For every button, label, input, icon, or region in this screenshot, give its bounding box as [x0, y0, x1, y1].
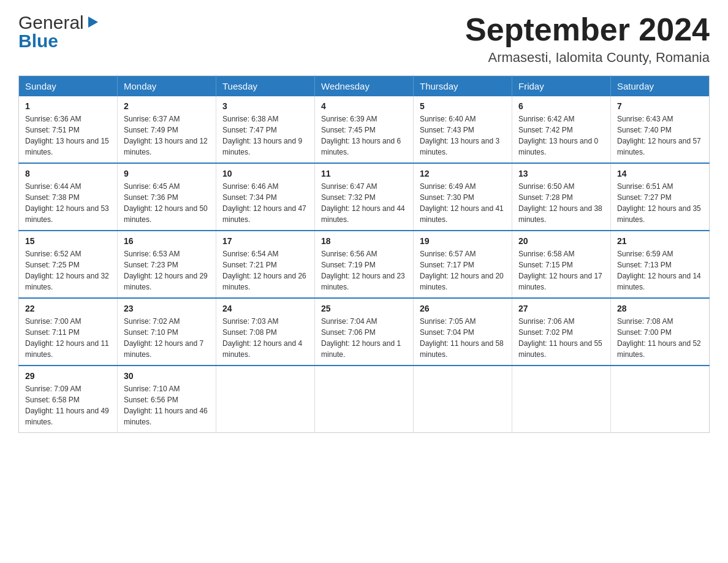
- calendar-day-2: 2Sunrise: 6:37 AMSunset: 7:49 PMDaylight…: [118, 96, 216, 163]
- day-info: Sunrise: 6:51 AMSunset: 7:27 PMDaylight:…: [617, 181, 703, 225]
- day-info: Sunrise: 6:45 AMSunset: 7:36 PMDaylight:…: [124, 181, 210, 225]
- calendar-day-15: 15Sunrise: 6:52 AMSunset: 7:25 PMDayligh…: [19, 231, 118, 298]
- day-number: 15: [25, 236, 111, 246]
- calendar-day-25: 25Sunrise: 7:04 AMSunset: 7:06 PMDayligh…: [315, 298, 414, 366]
- location-title: Armasesti, Ialomita County, Romania: [465, 50, 710, 66]
- calendar-day-10: 10Sunrise: 6:46 AMSunset: 7:34 PMDayligh…: [216, 163, 315, 231]
- calendar-day-28: 28Sunrise: 7:08 AMSunset: 7:00 PMDayligh…: [611, 298, 710, 366]
- day-info: Sunrise: 6:36 AMSunset: 7:51 PMDaylight:…: [25, 113, 111, 158]
- day-info: Sunrise: 6:56 AMSunset: 7:19 PMDaylight:…: [321, 248, 407, 293]
- day-info: Sunrise: 6:39 AMSunset: 7:45 PMDaylight:…: [321, 113, 407, 158]
- calendar-week-row: 8Sunrise: 6:44 AMSunset: 7:38 PMDaylight…: [19, 163, 710, 231]
- month-title: September 2024: [465, 12, 710, 47]
- calendar-day-22: 22Sunrise: 7:00 AMSunset: 7:11 PMDayligh…: [19, 298, 118, 366]
- calendar-day-6: 6Sunrise: 6:42 AMSunset: 7:42 PMDaylight…: [512, 96, 611, 163]
- calendar-week-row: 15Sunrise: 6:52 AMSunset: 7:25 PMDayligh…: [19, 231, 710, 298]
- day-number: 7: [617, 101, 703, 111]
- day-info: Sunrise: 6:42 AMSunset: 7:42 PMDaylight:…: [518, 113, 604, 158]
- day-number: 18: [321, 236, 407, 246]
- day-info: Sunrise: 6:38 AMSunset: 7:47 PMDaylight:…: [222, 113, 308, 158]
- day-number: 3: [222, 101, 308, 111]
- calendar-day-3: 3Sunrise: 6:38 AMSunset: 7:47 PMDaylight…: [216, 96, 315, 163]
- day-info: Sunrise: 7:10 AMSunset: 6:56 PMDaylight:…: [124, 383, 210, 427]
- calendar-day-11: 11Sunrise: 6:47 AMSunset: 7:32 PMDayligh…: [315, 163, 414, 231]
- calendar-day-8: 8Sunrise: 6:44 AMSunset: 7:38 PMDaylight…: [19, 163, 118, 231]
- day-number: 26: [420, 304, 506, 313]
- calendar-day-7: 7Sunrise: 6:43 AMSunset: 7:40 PMDaylight…: [611, 96, 710, 163]
- calendar-empty-cell: [414, 366, 512, 433]
- day-number: 16: [124, 236, 210, 246]
- day-info: Sunrise: 7:02 AMSunset: 7:10 PMDaylight:…: [124, 316, 210, 360]
- day-number: 28: [617, 304, 703, 313]
- header-tuesday: Tuesday: [216, 76, 315, 97]
- day-number: 27: [518, 304, 604, 313]
- calendar-empty-cell: [315, 366, 414, 433]
- day-info: Sunrise: 6:49 AMSunset: 7:30 PMDaylight:…: [420, 181, 506, 225]
- day-number: 29: [25, 371, 111, 381]
- day-number: 6: [518, 101, 604, 111]
- header-wednesday: Wednesday: [315, 76, 414, 97]
- calendar-day-27: 27Sunrise: 7:06 AMSunset: 7:02 PMDayligh…: [512, 298, 611, 366]
- day-info: Sunrise: 7:08 AMSunset: 7:00 PMDaylight:…: [617, 316, 703, 360]
- calendar-day-5: 5Sunrise: 6:40 AMSunset: 7:43 PMDaylight…: [414, 96, 512, 163]
- calendar-day-4: 4Sunrise: 6:39 AMSunset: 7:45 PMDaylight…: [315, 96, 414, 163]
- svg-marker-0: [88, 17, 98, 28]
- day-info: Sunrise: 6:54 AMSunset: 7:21 PMDaylight:…: [222, 248, 308, 293]
- calendar-day-1: 1Sunrise: 6:36 AMSunset: 7:51 PMDaylight…: [19, 96, 118, 163]
- title-section: September 2024 Armasesti, Ialomita Count…: [465, 12, 710, 66]
- day-info: Sunrise: 6:58 AMSunset: 7:15 PMDaylight:…: [518, 248, 604, 293]
- day-number: 4: [321, 101, 407, 111]
- calendar-empty-cell: [512, 366, 611, 433]
- day-number: 19: [420, 236, 506, 246]
- calendar-header-row: SundayMondayTuesdayWednesdayThursdayFrid…: [19, 76, 710, 97]
- calendar-day-17: 17Sunrise: 6:54 AMSunset: 7:21 PMDayligh…: [216, 231, 315, 298]
- calendar-empty-cell: [216, 366, 315, 433]
- logo-blue-text: Blue: [18, 31, 99, 52]
- day-info: Sunrise: 6:52 AMSunset: 7:25 PMDaylight:…: [25, 248, 111, 293]
- day-number: 11: [321, 169, 407, 178]
- calendar-day-20: 20Sunrise: 6:58 AMSunset: 7:15 PMDayligh…: [512, 231, 611, 298]
- header-friday: Friday: [512, 76, 611, 97]
- logo: General Blue: [18, 12, 99, 52]
- calendar-day-26: 26Sunrise: 7:05 AMSunset: 7:04 PMDayligh…: [414, 298, 512, 366]
- day-info: Sunrise: 6:57 AMSunset: 7:17 PMDaylight:…: [420, 248, 506, 293]
- day-number: 25: [321, 304, 407, 313]
- day-info: Sunrise: 6:46 AMSunset: 7:34 PMDaylight:…: [222, 181, 308, 225]
- calendar-day-24: 24Sunrise: 7:03 AMSunset: 7:08 PMDayligh…: [216, 298, 315, 366]
- day-info: Sunrise: 6:53 AMSunset: 7:23 PMDaylight:…: [124, 248, 210, 293]
- header-saturday: Saturday: [611, 76, 710, 97]
- day-number: 21: [617, 236, 703, 246]
- day-info: Sunrise: 6:40 AMSunset: 7:43 PMDaylight:…: [420, 113, 506, 158]
- logo-general-text: General: [18, 12, 84, 33]
- day-number: 17: [222, 236, 308, 246]
- calendar-day-23: 23Sunrise: 7:02 AMSunset: 7:10 PMDayligh…: [118, 298, 216, 366]
- calendar-week-row: 1Sunrise: 6:36 AMSunset: 7:51 PMDaylight…: [19, 96, 710, 163]
- day-number: 24: [222, 304, 308, 313]
- day-number: 9: [124, 169, 210, 178]
- logo-arrow-icon: [86, 12, 99, 33]
- day-info: Sunrise: 7:03 AMSunset: 7:08 PMDaylight:…: [222, 316, 308, 360]
- calendar-week-row: 29Sunrise: 7:09 AMSunset: 6:58 PMDayligh…: [19, 366, 710, 433]
- calendar-day-16: 16Sunrise: 6:53 AMSunset: 7:23 PMDayligh…: [118, 231, 216, 298]
- day-number: 13: [518, 169, 604, 178]
- day-info: Sunrise: 6:59 AMSunset: 7:13 PMDaylight:…: [617, 248, 703, 293]
- calendar-day-30: 30Sunrise: 7:10 AMSunset: 6:56 PMDayligh…: [118, 366, 216, 433]
- day-number: 10: [222, 169, 308, 178]
- calendar-day-14: 14Sunrise: 6:51 AMSunset: 7:27 PMDayligh…: [611, 163, 710, 231]
- day-number: 14: [617, 169, 703, 178]
- day-number: 1: [25, 101, 111, 111]
- header-monday: Monday: [118, 76, 216, 97]
- day-number: 22: [25, 304, 111, 313]
- day-info: Sunrise: 7:04 AMSunset: 7:06 PMDaylight:…: [321, 316, 407, 360]
- day-number: 30: [124, 371, 210, 381]
- day-info: Sunrise: 7:09 AMSunset: 6:58 PMDaylight:…: [25, 383, 111, 427]
- day-info: Sunrise: 6:47 AMSunset: 7:32 PMDaylight:…: [321, 181, 407, 225]
- calendar-day-18: 18Sunrise: 6:56 AMSunset: 7:19 PMDayligh…: [315, 231, 414, 298]
- calendar-empty-cell: [611, 366, 710, 433]
- day-number: 5: [420, 101, 506, 111]
- calendar-table: SundayMondayTuesdayWednesdayThursdayFrid…: [18, 75, 710, 433]
- day-info: Sunrise: 7:05 AMSunset: 7:04 PMDaylight:…: [420, 316, 506, 360]
- day-number: 20: [518, 236, 604, 246]
- calendar-day-12: 12Sunrise: 6:49 AMSunset: 7:30 PMDayligh…: [414, 163, 512, 231]
- day-number: 12: [420, 169, 506, 178]
